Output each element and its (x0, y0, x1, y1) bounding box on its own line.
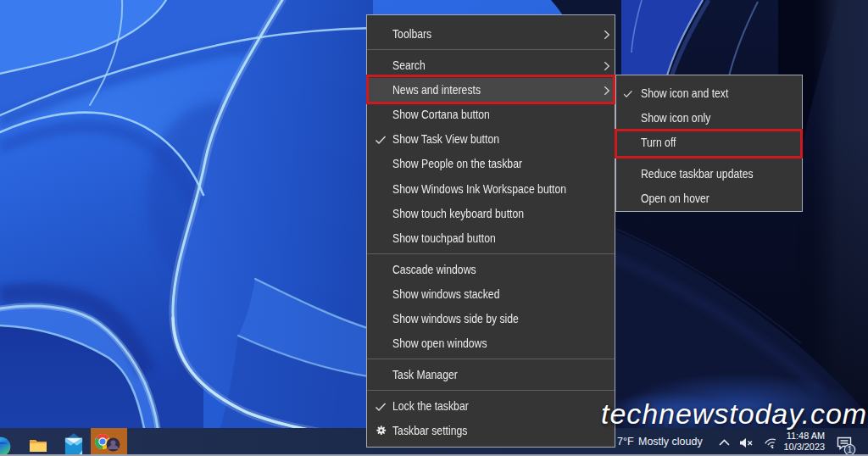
svg-text:1: 1 (848, 444, 853, 454)
